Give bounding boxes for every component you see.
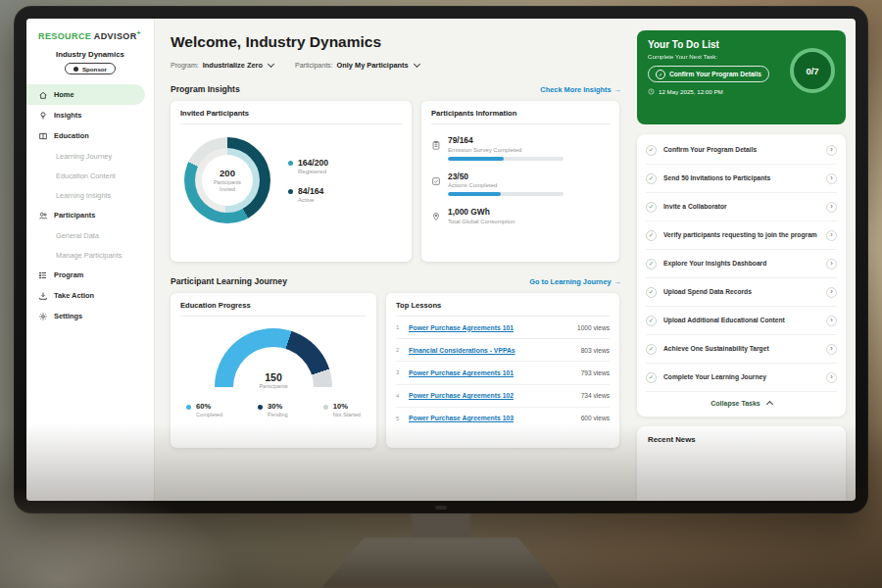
legend-item-active: 84/164 Active xyxy=(288,186,328,203)
info-row-actions: 23/50 Actions Completed xyxy=(431,172,610,197)
task-label: Achieve One Sustainability Target xyxy=(663,345,819,354)
task-row[interactable]: ✓ Verify participants requesting to join… xyxy=(646,221,837,250)
check-circle-icon[interactable]: ✓ xyxy=(646,202,657,213)
arrow-right-icon: → xyxy=(614,85,621,94)
info-label: Actions Completed xyxy=(448,182,564,188)
monitor-stand-base xyxy=(321,537,561,588)
monitor-logo xyxy=(435,506,447,510)
next-task-pill[interactable]: ✓ Confirm Your Program Details xyxy=(648,66,769,82)
lesson-row: 5 Power Purchase Agreements 103 600 view… xyxy=(396,408,610,429)
task-row[interactable]: ✓ Send 50 Invitations to Participants › xyxy=(646,165,837,193)
lesson-rank: 1 xyxy=(396,324,403,330)
sidebar-item-program[interactable]: Program xyxy=(26,265,154,285)
education-progress-gauge: 150 Participants xyxy=(215,328,332,389)
lesson-link[interactable]: Power Purchase Agreements 101 xyxy=(409,324,571,331)
chevron-right-icon[interactable]: › xyxy=(826,202,837,213)
legend-label: Not Started xyxy=(333,412,361,417)
legend-value: 60% xyxy=(196,402,222,411)
info-value: 23/50 xyxy=(448,172,564,181)
people-icon xyxy=(38,211,48,220)
sidebar-item-label: Manage Participants xyxy=(56,251,122,260)
legend-dot xyxy=(186,405,191,410)
book-icon xyxy=(38,131,48,141)
check-circle-icon[interactable]: ✓ xyxy=(646,230,657,241)
task-label: Explore Your Insights Dashboard xyxy=(663,260,819,269)
lesson-link[interactable]: Power Purchase Agreements 103 xyxy=(409,415,575,421)
sidebar-item-participants[interactable]: Participants xyxy=(26,205,154,225)
legend-value: 84/164 xyxy=(298,186,323,196)
card-title: Education Progress xyxy=(180,301,367,317)
invited-participants-card: Invited Participants 200 Participants In… xyxy=(171,101,412,262)
chevron-right-icon[interactable]: › xyxy=(826,259,837,270)
go-to-learning-journey-link[interactable]: Go to Learning Journey → xyxy=(529,277,621,286)
todo-progress-ring: 0/7 xyxy=(790,48,835,93)
info-label: Total Global Consumption xyxy=(448,219,515,224)
legend-item-completed: 60% Completed xyxy=(186,402,222,417)
download-tray-icon xyxy=(38,291,48,301)
program-filter[interactable]: Program: Industrialize Zero xyxy=(171,61,273,70)
sidebar-item-learning-insights[interactable]: Learning Insights xyxy=(26,185,154,205)
link-label: Check More Insights xyxy=(540,85,611,94)
task-row[interactable]: ✓ Upload Additional Educational Content … xyxy=(646,307,837,335)
check-more-insights-link[interactable]: Check More Insights → xyxy=(540,85,621,94)
collapse-tasks-button[interactable]: Collapse Tasks xyxy=(646,392,837,414)
lesson-views: 793 views xyxy=(581,369,610,376)
participants-filter[interactable]: Participants: Only My Participants xyxy=(295,61,419,70)
sidebar-item-manage-participants[interactable]: Manage Participants xyxy=(26,245,154,265)
sidebar-item-take-action[interactable]: Take Action xyxy=(26,285,154,306)
task-label: Complete Your Learning Journey xyxy=(663,373,819,382)
task-row[interactable]: ✓ Complete Your Learning Journey › xyxy=(646,364,837,392)
sponsor-badge-icon xyxy=(74,67,78,72)
lesson-row: 4 Power Purchase Agreements 102 734 view… xyxy=(396,385,610,408)
sidebar-item-general-data[interactable]: General Data xyxy=(26,225,154,245)
sidebar-item-insights[interactable]: Insights xyxy=(26,105,154,125)
gauge-center-label: Participants xyxy=(215,383,332,389)
collapse-label: Collapse Tasks xyxy=(710,400,760,407)
check-circle-icon[interactable]: ✓ xyxy=(646,145,657,156)
check-circle-icon[interactable]: ✓ xyxy=(646,287,657,298)
card-title: Top Lessons xyxy=(396,301,610,317)
invited-participants-donut: 200 Participants Invited xyxy=(184,137,270,223)
chevron-down-icon xyxy=(414,61,420,68)
gauge-legend: 60% Completed 30% Pending xyxy=(180,402,367,417)
task-row[interactable]: ✓ Achieve One Sustainability Target › xyxy=(646,335,837,364)
task-row[interactable]: ✓ Upload Spend Data Records › xyxy=(646,278,837,307)
legend-label: Pending xyxy=(268,412,288,417)
lesson-link[interactable]: Financial Considerations - VPPAs xyxy=(409,347,575,354)
lesson-rank: 3 xyxy=(396,369,403,375)
program-filter-label: Program: xyxy=(171,62,199,69)
chevron-right-icon[interactable]: › xyxy=(826,230,837,241)
sidebar-item-label: Settings xyxy=(54,312,82,320)
check-circle-icon[interactable]: ✓ xyxy=(646,344,657,355)
task-row[interactable]: ✓ Invite a Collaborator › xyxy=(646,193,837,221)
legend-item-pending: 30% Pending xyxy=(258,402,288,417)
chevron-right-icon[interactable]: › xyxy=(826,287,837,298)
chevron-right-icon[interactable]: › xyxy=(826,344,837,355)
participants-filter-value: Only My Participants xyxy=(337,61,409,70)
check-circle-icon[interactable]: ✓ xyxy=(646,173,657,184)
chevron-right-icon[interactable]: › xyxy=(826,145,837,156)
task-row[interactable]: ✓ Confirm Your Program Details › xyxy=(646,136,837,165)
check-circle-icon[interactable]: ✓ xyxy=(646,372,657,383)
program-insights-title: Program Insights xyxy=(171,84,240,94)
sidebar-item-label: Education Content xyxy=(56,172,116,180)
sidebar-item-home[interactable]: Home xyxy=(26,84,145,105)
sidebar-item-education-content[interactable]: Education Content xyxy=(26,166,154,185)
task-row[interactable]: ✓ Explore Your Insights Dashboard › xyxy=(646,250,837,278)
sidebar-item-settings[interactable]: Settings xyxy=(26,306,154,326)
lesson-views: 734 views xyxy=(581,392,610,399)
lesson-row: 1 Power Purchase Agreements 101 1000 vie… xyxy=(396,317,610,339)
chevron-right-icon[interactable]: › xyxy=(826,372,837,383)
check-circle-icon[interactable]: ✓ xyxy=(646,316,657,326)
chevron-right-icon[interactable]: › xyxy=(826,173,837,184)
sidebar-item-learning-journey[interactable]: Learning Journey xyxy=(26,146,154,166)
legend-value: 10% xyxy=(333,402,361,411)
recent-news-card: Recent News xyxy=(637,426,846,501)
chevron-right-icon[interactable]: › xyxy=(826,316,837,326)
check-circle-icon[interactable]: ✓ xyxy=(646,259,657,270)
lesson-link[interactable]: Power Purchase Agreements 102 xyxy=(409,392,575,399)
learning-journey-title: Participant Learning Journey xyxy=(171,276,287,286)
lesson-link[interactable]: Power Purchase Agreements 101 xyxy=(409,369,575,376)
gear-icon xyxy=(38,312,48,321)
sidebar-item-education[interactable]: Education xyxy=(26,125,154,146)
